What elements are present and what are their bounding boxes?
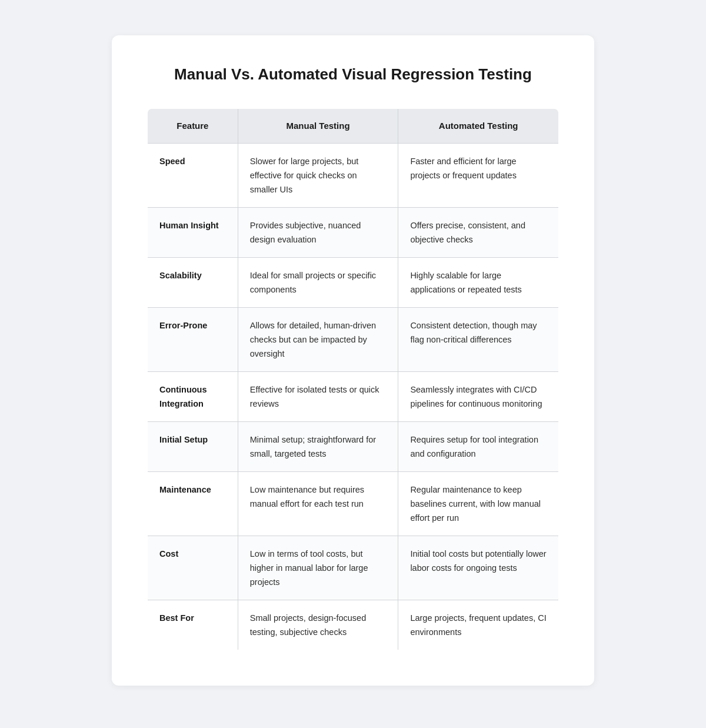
- cell-feature: Initial Setup: [148, 422, 238, 472]
- feature-label: Scalability: [159, 271, 202, 280]
- header-automated: Automated Testing: [398, 108, 559, 144]
- table-row: Human InsightProvides subjective, nuance…: [148, 208, 559, 258]
- manual-text: Provides subjective, nuanced design eval…: [250, 221, 361, 244]
- manual-text: Minimal setup; straightforward for small…: [250, 435, 376, 458]
- automated-text: Consistent detection, though may flag no…: [410, 321, 537, 344]
- cell-manual: Effective for isolated tests or quick re…: [238, 372, 398, 422]
- table-row: SpeedSlower for large projects, but effe…: [148, 144, 559, 208]
- automated-text: Faster and efficient for large projects …: [410, 157, 517, 180]
- cell-automated: Faster and efficient for large projects …: [398, 144, 559, 208]
- cell-manual: Ideal for small projects or specific com…: [238, 258, 398, 308]
- feature-label: Maintenance: [159, 485, 211, 494]
- feature-label: Best For: [159, 613, 194, 623]
- manual-text: Small projects, design-focused testing, …: [250, 613, 366, 637]
- table-row: CostLow in terms of tool costs, but high…: [148, 536, 559, 600]
- comparison-table: Feature Manual Testing Automated Testing…: [147, 108, 559, 651]
- table-row: Continuous IntegrationEffective for isol…: [148, 372, 559, 422]
- main-container: Manual Vs. Automated Visual Regression T…: [112, 35, 594, 686]
- cell-automated: Consistent detection, though may flag no…: [398, 308, 559, 372]
- manual-text: Effective for isolated tests or quick re…: [250, 385, 379, 408]
- cell-manual: Small projects, design-focused testing, …: [238, 600, 398, 650]
- cell-automated: Offers precise, consistent, and objectiv…: [398, 208, 559, 258]
- table-row: ScalabilityIdeal for small projects or s…: [148, 258, 559, 308]
- table-row: Initial SetupMinimal setup; straightforw…: [148, 422, 559, 472]
- cell-feature: Best For: [148, 600, 238, 650]
- automated-text: Requires setup for tool integration and …: [410, 435, 538, 458]
- automated-text: Offers precise, consistent, and objectiv…: [410, 221, 525, 244]
- cell-feature: Speed: [148, 144, 238, 208]
- feature-label: Human Insight: [159, 221, 219, 230]
- manual-text: Ideal for small projects or specific com…: [250, 271, 376, 294]
- feature-label: Cost: [159, 549, 178, 559]
- cell-manual: Allows for detailed, human-driven checks…: [238, 308, 398, 372]
- cell-manual: Low maintenance but requires manual effo…: [238, 472, 398, 536]
- manual-text: Allows for detailed, human-driven checks…: [250, 321, 376, 358]
- cell-feature: Error-Prone: [148, 308, 238, 372]
- manual-text: Low maintenance but requires manual effo…: [250, 485, 364, 508]
- cell-manual: Low in terms of tool costs, but higher i…: [238, 536, 398, 600]
- header-feature: Feature: [148, 108, 238, 144]
- cell-automated: Seamlessly integrates with CI/CD pipelin…: [398, 372, 559, 422]
- cell-manual: Minimal setup; straightforward for small…: [238, 422, 398, 472]
- page-title: Manual Vs. Automated Visual Regression T…: [147, 65, 559, 85]
- table-row: Best ForSmall projects, design-focused t…: [148, 600, 559, 650]
- table-row: MaintenanceLow maintenance but requires …: [148, 472, 559, 536]
- cell-feature: Maintenance: [148, 472, 238, 536]
- feature-label: Speed: [159, 157, 185, 166]
- automated-text: Regular maintenance to keep baselines cu…: [410, 485, 541, 523]
- cell-feature: Human Insight: [148, 208, 238, 258]
- cell-automated: Regular maintenance to keep baselines cu…: [398, 472, 559, 536]
- cell-automated: Initial tool costs but potentially lower…: [398, 536, 559, 600]
- header-manual: Manual Testing: [238, 108, 398, 144]
- cell-automated: Large projects, frequent updates, CI env…: [398, 600, 559, 650]
- feature-label: Initial Setup: [159, 435, 208, 444]
- cell-manual: Slower for large projects, but effective…: [238, 144, 398, 208]
- cell-manual: Provides subjective, nuanced design eval…: [238, 208, 398, 258]
- table-header-row: Feature Manual Testing Automated Testing: [148, 108, 559, 144]
- cell-automated: Highly scalable for large applications o…: [398, 258, 559, 308]
- cell-automated: Requires setup for tool integration and …: [398, 422, 559, 472]
- manual-text: Low in terms of tool costs, but higher i…: [250, 549, 368, 587]
- cell-feature: Continuous Integration: [148, 372, 238, 422]
- automated-text: Initial tool costs but potentially lower…: [410, 549, 546, 573]
- automated-text: Highly scalable for large applications o…: [410, 271, 521, 294]
- manual-text: Slower for large projects, but effective…: [250, 157, 359, 194]
- cell-feature: Cost: [148, 536, 238, 600]
- automated-text: Large projects, frequent updates, CI env…: [410, 613, 546, 637]
- feature-label: Continuous Integration: [159, 385, 207, 408]
- feature-label: Error-Prone: [159, 321, 207, 330]
- cell-feature: Scalability: [148, 258, 238, 308]
- automated-text: Seamlessly integrates with CI/CD pipelin…: [410, 385, 542, 408]
- table-row: Error-ProneAllows for detailed, human-dr…: [148, 308, 559, 372]
